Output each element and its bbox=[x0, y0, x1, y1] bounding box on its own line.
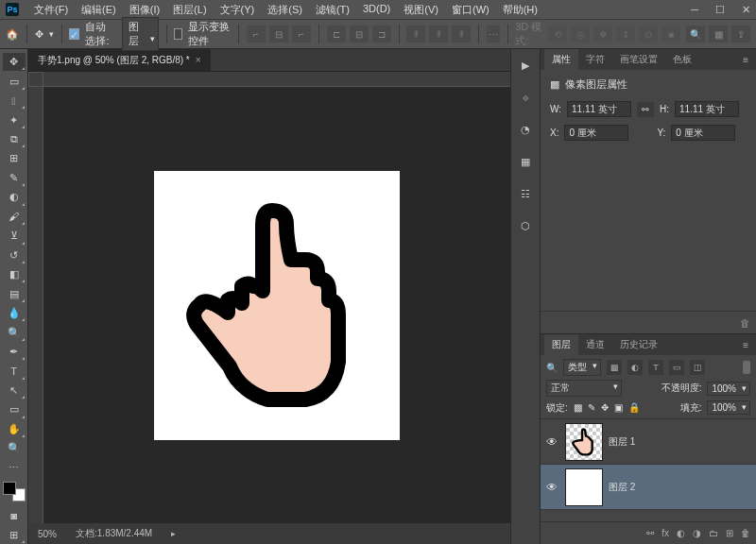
healing-tool[interactable]: ◐ bbox=[3, 188, 26, 206]
lock-position-icon[interactable]: ✥ bbox=[601, 402, 609, 413]
distribute-icon-2[interactable]: ⫴ bbox=[429, 26, 448, 42]
more-icon[interactable]: ⋯ bbox=[487, 26, 500, 42]
close-icon[interactable]: ✕ bbox=[742, 4, 750, 16]
tab-layers[interactable]: 图层 bbox=[544, 334, 578, 355]
layer-name[interactable]: 图层 2 bbox=[609, 481, 635, 494]
lock-artboard-icon[interactable]: ▣ bbox=[614, 402, 623, 413]
eyedropper-tool[interactable]: ✎ bbox=[3, 169, 26, 187]
tab-swatches[interactable]: 色板 bbox=[665, 49, 699, 70]
menu-edit[interactable]: 编辑(E) bbox=[76, 1, 122, 19]
history-brush-tool[interactable]: ↺ bbox=[3, 246, 26, 264]
brush-tool[interactable]: 🖌 bbox=[3, 208, 26, 226]
menu-filter[interactable]: 滤镜(T) bbox=[310, 1, 355, 19]
frame-tool[interactable]: ⊞ bbox=[3, 149, 26, 167]
move-tool[interactable]: ✥ bbox=[3, 53, 26, 71]
stamp-tool[interactable]: ⊻ bbox=[3, 227, 26, 245]
menu-file[interactable]: 文件(F) bbox=[28, 1, 74, 19]
tab-channels[interactable]: 通道 bbox=[578, 334, 612, 355]
maximize-icon[interactable]: ☐ bbox=[715, 4, 725, 16]
autoselect-checkbox[interactable]: ✓ bbox=[69, 28, 79, 40]
tab-brush-settings[interactable]: 画笔设置 bbox=[612, 49, 665, 70]
swatches-icon[interactable]: ▦ bbox=[515, 151, 536, 172]
align-vcenter-icon[interactable]: ⊟ bbox=[269, 26, 288, 42]
tab-character[interactable]: 字符 bbox=[578, 49, 612, 70]
opacity-input[interactable]: 100% bbox=[707, 382, 750, 396]
marquee-tool[interactable]: ▭ bbox=[3, 72, 26, 90]
edit-toolbar[interactable]: ⋯ bbox=[3, 459, 26, 477]
align-bottom-icon[interactable]: ⌐ bbox=[292, 26, 311, 42]
layer-row[interactable]: 👁 图层 2 bbox=[541, 465, 756, 510]
panel-menu-icon[interactable]: ≡ bbox=[739, 55, 752, 65]
dodge-tool[interactable]: 🔍 bbox=[3, 323, 26, 341]
layer-row[interactable]: 👁 图层 1 bbox=[541, 419, 756, 465]
document-tab[interactable]: 手势1.png @ 50% (图层 2, RGB/8) * × bbox=[28, 49, 212, 71]
layers-menu-icon[interactable]: ≡ bbox=[739, 340, 752, 350]
lock-brush-icon[interactable]: ✎ bbox=[588, 402, 595, 413]
distribute-icon-3[interactable]: ⫴ bbox=[452, 26, 471, 42]
fx-icon[interactable]: fx bbox=[662, 528, 669, 538]
link-layers-icon[interactable]: ⚯ bbox=[646, 528, 654, 538]
adjustment-icon[interactable]: ◑ bbox=[693, 528, 701, 538]
tab-properties[interactable]: 属性 bbox=[544, 49, 578, 70]
type-tool[interactable]: T bbox=[3, 362, 26, 380]
hand-tool[interactable]: ✋ bbox=[3, 420, 26, 438]
arrange-icon[interactable]: ▦ bbox=[709, 26, 728, 42]
tab-history[interactable]: 历史记录 bbox=[612, 334, 665, 355]
menu-window[interactable]: 窗口(W) bbox=[446, 1, 495, 19]
ruler-horizontal[interactable] bbox=[43, 72, 510, 87]
eraser-tool[interactable]: ◧ bbox=[3, 265, 26, 283]
quickmask-tool[interactable]: ◙ bbox=[3, 506, 26, 524]
menu-select[interactable]: 选择(S) bbox=[262, 1, 308, 19]
pen-tool[interactable]: ✒ bbox=[3, 343, 26, 361]
lasso-tool[interactable]: 𓈎 bbox=[3, 92, 26, 110]
blur-tool[interactable]: 💧 bbox=[3, 304, 26, 322]
shape-tool[interactable]: ▭ bbox=[3, 400, 26, 418]
menu-image[interactable]: 图像(I) bbox=[124, 1, 165, 19]
visibility-icon[interactable]: 👁 bbox=[544, 435, 559, 449]
trash-icon[interactable]: 🗑 bbox=[740, 317, 750, 329]
filter-shape-icon[interactable]: ▭ bbox=[669, 360, 684, 375]
new-layer-icon[interactable]: ⊞ bbox=[726, 528, 733, 538]
align-right-icon[interactable]: ⊐ bbox=[372, 26, 391, 42]
layer-thumb[interactable] bbox=[565, 468, 603, 506]
history-icon[interactable]: ⟐ bbox=[515, 87, 536, 108]
menu-layer[interactable]: 图层(L) bbox=[167, 1, 212, 19]
autoselect-dropdown[interactable]: 图层 bbox=[122, 17, 159, 51]
foreground-color[interactable] bbox=[3, 482, 16, 495]
y-input[interactable] bbox=[671, 125, 735, 141]
menu-type[interactable]: 文字(Y) bbox=[215, 1, 261, 19]
distribute-icon[interactable]: ⫴ bbox=[406, 26, 425, 42]
height-input[interactable] bbox=[675, 101, 739, 117]
fill-input[interactable]: 100% bbox=[707, 400, 750, 415]
gradient-tool[interactable]: ▤ bbox=[3, 284, 26, 302]
menu-3d[interactable]: 3D(D) bbox=[357, 1, 396, 19]
magic-wand-tool[interactable]: ✦ bbox=[3, 110, 26, 128]
filter-type-icon[interactable]: T bbox=[648, 360, 663, 375]
crop-tool[interactable]: ⧉ bbox=[3, 130, 26, 148]
link-wh-icon[interactable]: ⚯ bbox=[637, 102, 654, 117]
zoom-tool[interactable]: 🔍 bbox=[3, 439, 26, 457]
tab-close-icon[interactable]: × bbox=[196, 55, 201, 65]
lock-all-icon[interactable]: 🔒 bbox=[628, 402, 640, 413]
3d-icon[interactable]: ⬡ bbox=[515, 215, 536, 236]
delete-layer-icon[interactable]: 🗑 bbox=[741, 528, 750, 538]
filter-toggle[interactable] bbox=[743, 361, 750, 374]
filter-kind-dropdown[interactable]: 类型 bbox=[563, 359, 601, 376]
home-icon[interactable]: 🏠 bbox=[6, 26, 19, 42]
share-icon[interactable]: ⇪ bbox=[731, 26, 750, 42]
color-swatches[interactable] bbox=[3, 482, 26, 502]
layer-name[interactable]: 图层 1 bbox=[609, 435, 635, 449]
x-input[interactable] bbox=[564, 125, 628, 141]
filter-pixel-icon[interactable]: ▩ bbox=[607, 360, 622, 375]
filter-smart-icon[interactable]: ◫ bbox=[690, 360, 705, 375]
filter-adjust-icon[interactable]: ◐ bbox=[627, 360, 643, 375]
search-icon[interactable]: 🔍 bbox=[686, 26, 705, 42]
info-icon[interactable]: ◔ bbox=[515, 119, 536, 140]
lock-pixel-icon[interactable]: ▩ bbox=[574, 402, 582, 413]
width-input[interactable] bbox=[567, 101, 631, 117]
zoom-level[interactable]: 50% bbox=[38, 529, 57, 539]
minimize-icon[interactable]: ─ bbox=[691, 4, 698, 16]
align-top-icon[interactable]: ⌐ bbox=[247, 26, 266, 42]
transform-checkbox[interactable] bbox=[174, 28, 182, 40]
canvas-area[interactable] bbox=[28, 72, 510, 523]
